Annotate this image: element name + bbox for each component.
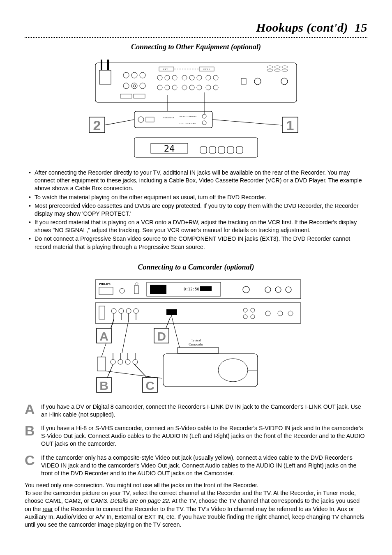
- svg-rect-81: [166, 309, 177, 315]
- svg-point-97: [133, 359, 138, 364]
- callout-a-box: A: [97, 319, 114, 343]
- camcorder-label-line2: Camcorder: [189, 343, 203, 346]
- svg-point-73: [111, 309, 116, 313]
- svg-point-63: [136, 283, 138, 285]
- svg-point-9: [140, 72, 145, 78]
- section1-bullets: After connecting the Recorder directly t…: [25, 169, 367, 251]
- title-text: Hookups (cont'd): [256, 21, 348, 34]
- svg-point-24: [197, 75, 202, 80]
- svg-rect-46: [134, 138, 258, 157]
- callout-d: D: [157, 329, 166, 343]
- svg-point-28: [206, 75, 211, 80]
- svg-point-82: [243, 308, 247, 312]
- svg-point-95: [118, 359, 123, 364]
- svg-line-57: [212, 120, 282, 125]
- svg-point-84: [243, 315, 247, 319]
- svg-point-27: [197, 85, 202, 90]
- svg-point-86: [265, 311, 270, 316]
- svg-point-31: [213, 85, 218, 90]
- svg-rect-60: [99, 287, 113, 295]
- svg-point-10: [123, 83, 129, 89]
- svg-point-87: [278, 311, 283, 316]
- callout-b: B: [99, 379, 108, 392]
- letter-b: B: [25, 423, 41, 438]
- bp-after-rear: of the Recorder to connect the Recorder …: [25, 506, 364, 528]
- svg-rect-51: [227, 147, 234, 153]
- divider-mid: [25, 257, 367, 257]
- svg-point-30: [206, 85, 211, 90]
- svg-rect-15: [134, 94, 145, 98]
- callout-d-box: D: [154, 317, 171, 343]
- svg-point-11: [131, 83, 137, 89]
- svg-point-25: [182, 85, 187, 90]
- ext1-label: EXT 1: [163, 68, 170, 71]
- svg-point-61: [120, 288, 125, 293]
- svg-rect-41: [134, 111, 212, 128]
- svg-point-44: [202, 114, 206, 118]
- svg-point-76: [134, 309, 138, 313]
- ext2-label: EXT 2: [203, 68, 210, 71]
- svg-point-36: [274, 66, 280, 68]
- svg-line-105: [171, 315, 180, 348]
- svg-point-91: [218, 359, 248, 382]
- svg-point-83: [251, 308, 255, 312]
- bp-line1: You need only one connection. You might …: [25, 482, 258, 488]
- svg-point-94: [111, 359, 115, 364]
- svg-point-22: [182, 75, 187, 80]
- divider-top: [25, 37, 367, 38]
- svg-rect-62: [134, 286, 138, 294]
- cam-left-audio: LEFT AUDIO OUT: [180, 122, 196, 124]
- svg-rect-14: [120, 94, 132, 98]
- svg-point-40: [282, 69, 288, 71]
- svg-rect-1: [99, 70, 111, 84]
- svg-rect-72: [99, 306, 105, 319]
- svg-point-8: [131, 72, 137, 78]
- bullet-item: Do not connect a Progressive Scan video …: [29, 235, 367, 251]
- cam-video-out: VIDEO OUT: [163, 117, 174, 119]
- callout-b-box: B: [97, 364, 113, 392]
- svg-rect-49: [209, 147, 216, 153]
- svg-point-19: [157, 85, 162, 90]
- page-title: Hookups (cont'd) 15: [256, 21, 367, 34]
- letter-a: A: [25, 401, 41, 416]
- svg-point-88: [288, 311, 293, 316]
- bullet-item: After connecting the Recorder directly t…: [29, 169, 367, 193]
- bullet-item: To watch the material playing on the oth…: [29, 193, 367, 201]
- svg-rect-89: [178, 348, 219, 353]
- brand-label: PHILIPS: [99, 282, 111, 286]
- callout-c-box: C: [134, 364, 157, 392]
- svg-point-17: [165, 75, 170, 80]
- svg-line-55: [104, 120, 134, 125]
- svg-rect-71: [95, 303, 301, 323]
- bottom-paragraph: You need only one connection. You might …: [25, 481, 367, 529]
- svg-point-45: [202, 121, 206, 125]
- svg-point-85: [251, 315, 255, 319]
- svg-point-16: [157, 75, 162, 80]
- svg-point-7: [123, 72, 129, 78]
- svg-point-35: [267, 66, 273, 68]
- bp-italic: Details are on page 22.: [110, 497, 171, 504]
- svg-rect-0: [95, 63, 297, 102]
- svg-point-20: [165, 85, 170, 90]
- front-panel-diagram: PHILIPS 0:12:50 Typical Camcorder: [81, 276, 311, 395]
- bullet-item: Most prerecorded video cassettes and DVD…: [29, 202, 367, 218]
- svg-point-12: [140, 83, 145, 89]
- letter-block-c: C If the camcorder only has a composite-…: [25, 452, 367, 478]
- callout-a: A: [99, 329, 108, 343]
- svg-point-74: [119, 309, 124, 313]
- svg-point-68: [265, 287, 271, 292]
- svg-rect-50: [218, 147, 225, 153]
- svg-rect-52: [236, 147, 243, 153]
- svg-point-18: [172, 75, 177, 80]
- svg-point-39: [282, 66, 288, 68]
- display-text: 24: [164, 143, 175, 154]
- svg-point-29: [213, 75, 218, 80]
- svg-rect-66: [200, 286, 212, 291]
- svg-point-37: [267, 69, 273, 71]
- svg-point-26: [189, 85, 194, 90]
- svg-rect-43: [146, 117, 154, 122]
- letter-block-b: B If you have a Hi-8 or S-VHS camcorder,…: [25, 423, 367, 448]
- rear-panel-diagram: EXT 1 EXT 2 VIDEO OUT RIGHT AUDIO OUT LE…: [81, 55, 311, 162]
- letter-c: C: [25, 452, 41, 467]
- svg-point-21: [172, 85, 177, 90]
